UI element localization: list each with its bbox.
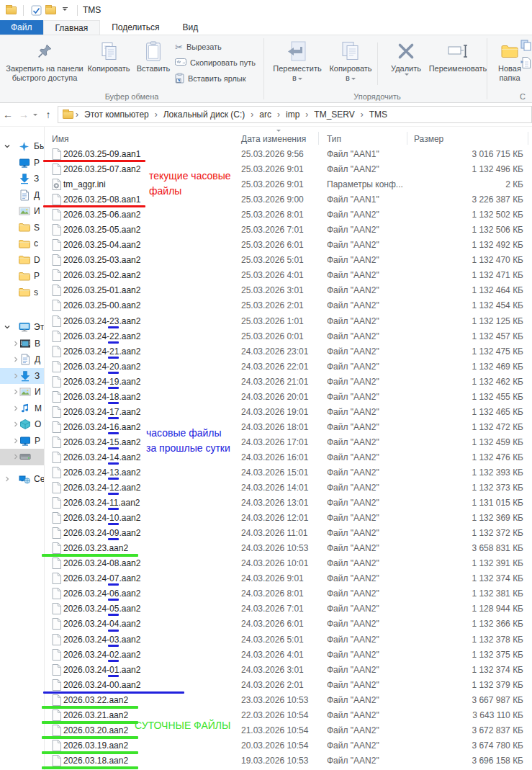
tab-view[interactable]: Вид xyxy=(171,20,209,35)
sidebar-item-network[interactable]: Се xyxy=(0,471,44,488)
file-row[interactable]: 2026.03.25-06.aan225.03.2026 8:01Файл "A… xyxy=(45,207,532,223)
sidebar-item-3d-objects[interactable]: О xyxy=(0,416,44,433)
column-separator[interactable] xyxy=(407,132,407,145)
file-row[interactable]: 2026.03.22.aan223.03.2026 10:53Файл "AAN… xyxy=(45,693,532,708)
breadcrumb-chevron-icon[interactable]: › xyxy=(153,109,160,120)
breadcrumb-chevron-icon[interactable]: › xyxy=(359,109,366,120)
file-row[interactable]: 2026.03.24-11.aan224.03.2026 13:01Файл "… xyxy=(45,496,532,511)
file-row[interactable]: 2026.03.24-14.aan224.03.2026 16:01Файл "… xyxy=(45,450,532,465)
breadcrumb-item[interactable]: imp xyxy=(282,109,303,120)
breadcrumb-item[interactable]: Этот компьютер xyxy=(81,109,153,120)
sidebar-item-music[interactable]: М xyxy=(0,400,44,417)
up-button[interactable]: ↑ xyxy=(40,109,56,120)
quick-access-toolbar-dropdown[interactable] xyxy=(58,3,72,17)
file-row[interactable]: 2026.03.25-09.aan125.03.2026 9:56Файл "A… xyxy=(45,147,532,162)
file-row[interactable]: 2026.03.24-22.aan225.03.2026 0:01Файл "A… xyxy=(45,329,532,344)
file-row[interactable]: 2026.03.24-09.aan224.03.2026 11:01Файл "… xyxy=(45,526,532,541)
file-row[interactable]: 2026.03.25-07.aan225.03.2026 9:01Файл "A… xyxy=(45,162,532,177)
quick-access-new-folder-button[interactable] xyxy=(43,3,58,17)
pin-to-quick-access-button[interactable]: Закрепить на панели быстрого доступа xyxy=(4,38,85,83)
move-to-button[interactable]: Переместить в xyxy=(269,38,325,83)
file-row[interactable]: 2026.03.24-02.aan224.03.2026 4:01Файл "A… xyxy=(45,648,532,663)
file-row[interactable]: 2026.03.24-20.aan224.03.2026 22:01Файл "… xyxy=(45,359,532,375)
paste-button[interactable]: Вставить xyxy=(132,38,174,73)
chevron-right-icon[interactable] xyxy=(0,437,19,444)
chevron-right-icon[interactable] xyxy=(0,475,19,483)
file-row[interactable]: 2026.03.23.aan224.03.2026 10:53Файл "AAN… xyxy=(45,541,532,556)
file-row[interactable]: 2026.03.24-13.aan224.03.2026 15:01Файл "… xyxy=(45,465,532,480)
chevron-right-icon[interactable] xyxy=(0,405,19,412)
sidebar-item-downloads[interactable]: З xyxy=(0,171,44,187)
breadcrumb-chevron-icon[interactable]: › xyxy=(275,109,282,120)
file-row[interactable]: 2026.03.25-03.aan225.03.2026 5:01Файл "A… xyxy=(45,253,532,268)
file-row[interactable]: 2026.03.24-10.aan224.03.2026 12:01Файл "… xyxy=(45,511,532,526)
breadcrumb-chevron-icon[interactable]: › xyxy=(248,109,256,120)
sidebar-item-documents[interactable]: Д xyxy=(0,352,44,368)
chevron-right-icon[interactable] xyxy=(0,372,19,380)
chevron-right-icon[interactable] xyxy=(0,453,19,460)
sidebar-item-pictures[interactable]: И xyxy=(0,384,44,400)
recent-locations-chevron-icon[interactable] xyxy=(33,114,37,118)
chevron-down-icon[interactable] xyxy=(0,323,19,331)
breadcrumb[interactable]: ›Этот компьютер›Локальный диск (C:)›arc›… xyxy=(58,106,532,123)
breadcrumb-item[interactable]: arc xyxy=(256,109,275,120)
column-separator[interactable] xyxy=(318,132,319,145)
file-row[interactable]: 2026.03.25-08.aan125.03.2026 9:00Файл "A… xyxy=(45,192,532,207)
breadcrumb-chevron-icon[interactable]: › xyxy=(303,109,310,120)
file-row[interactable]: 2026.03.25-04.aan225.03.2026 6:01Файл "A… xyxy=(45,238,532,253)
file-row[interactable]: 2026.03.24-00.aan224.03.2026 2:01Файл "A… xyxy=(45,678,532,693)
sidebar-item-desktop[interactable]: Р xyxy=(0,433,44,449)
column-header-type[interactable]: Тип xyxy=(327,134,341,144)
file-row[interactable]: 2026.03.24-16.aan224.03.2026 18:01Файл "… xyxy=(45,420,532,435)
file-row[interactable]: tm_aggr.ini25.03.2026 9:01Параметры конф… xyxy=(45,177,532,192)
file-row[interactable]: 2026.03.24-05.aan224.03.2026 7:01Файл "A… xyxy=(45,601,532,617)
file-row[interactable]: 2026.03.24-21.aan224.03.2026 23:01Файл "… xyxy=(45,344,532,359)
copy-to-button[interactable]: Копировать в xyxy=(325,38,376,83)
file-row[interactable]: 2026.03.19.aan220.03.2026 10:54Файл "AAN… xyxy=(45,738,532,753)
new-item-button[interactable] xyxy=(520,38,532,53)
sidebar-item-folder[interactable]: Р xyxy=(0,268,44,285)
sidebar-item-downloads[interactable]: З xyxy=(0,368,44,385)
breadcrumb-item[interactable]: TMS xyxy=(366,109,391,120)
chevron-right-icon[interactable] xyxy=(0,340,19,347)
tab-share[interactable]: Поделиться xyxy=(100,20,171,35)
paste-shortcut-button[interactable]: Вставить ярлык xyxy=(175,71,246,86)
sidebar-item-desktop[interactable]: Р xyxy=(0,155,44,171)
file-row[interactable]: 2026.03.24-19.aan224.03.2026 21:01Файл "… xyxy=(45,375,532,390)
sidebar-item-folder[interactable]: S xyxy=(0,220,44,236)
file-row[interactable]: 2026.03.24-18.aan224.03.2026 20:01Файл "… xyxy=(45,390,532,405)
file-row[interactable]: 2026.03.18.aan219.03.2026 10:53Файл "AAN… xyxy=(45,753,532,769)
copy-button[interactable]: Копировать xyxy=(86,38,131,73)
file-row[interactable]: 2026.03.24-15.aan224.03.2026 17:01Файл "… xyxy=(45,435,532,450)
sidebar-item-local-disk[interactable] xyxy=(0,449,44,465)
file-row[interactable]: 2026.03.24-04.aan224.03.2026 6:01Файл "A… xyxy=(45,617,532,632)
easy-access-button[interactable] xyxy=(520,55,531,70)
file-row[interactable]: 2026.03.24-01.aan224.03.2026 3:01Файл "A… xyxy=(45,663,532,678)
file-row[interactable]: 2026.03.25-02.aan225.03.2026 4:01Файл "A… xyxy=(45,268,532,283)
file-row[interactable]: 2026.03.24-08.aan224.03.2026 10:01Файл "… xyxy=(45,556,532,571)
cut-button[interactable]: ✂ Вырезать xyxy=(175,40,222,54)
breadcrumb-item[interactable]: Локальный диск (C:) xyxy=(160,109,249,120)
breadcrumb-item[interactable]: TM_SERV xyxy=(310,109,358,120)
forward-button[interactable]: → xyxy=(16,109,32,120)
quick-access-properties-button[interactable] xyxy=(29,3,43,17)
sidebar-item-folder[interactable]: s xyxy=(0,285,44,301)
file-row[interactable]: 2026.03.25-01.aan225.03.2026 3:01Файл "A… xyxy=(45,283,532,298)
sidebar-item-pictures[interactable]: И xyxy=(0,203,44,220)
chevron-right-icon[interactable] xyxy=(0,388,19,395)
file-row[interactable]: 2026.03.24-06.aan224.03.2026 8:01Файл "A… xyxy=(45,586,532,601)
file-row[interactable]: 2026.03.20.aan221.03.2026 10:54Файл "AAN… xyxy=(45,723,532,738)
sidebar-item-folder[interactable]: с xyxy=(0,236,44,252)
sidebar-item-quick-access[interactable]: Бы xyxy=(0,138,44,155)
file-row[interactable]: 2026.03.24-03.aan224.03.2026 5:01Файл "A… xyxy=(45,632,532,648)
file-row[interactable]: 2026.03.25-00.aan225.03.2026 2:01Файл "A… xyxy=(45,298,532,313)
chevron-right-icon[interactable] xyxy=(0,421,19,428)
file-row[interactable]: 2026.03.24-23.aan225.03.2026 1:01Файл "A… xyxy=(45,314,532,329)
rename-button[interactable]: Переименовать xyxy=(430,38,485,73)
file-row[interactable]: 2026.03.25-05.aan225.03.2026 7:01Файл "A… xyxy=(45,223,532,238)
tab-home[interactable]: Главная xyxy=(43,20,101,35)
chevron-right-icon[interactable] xyxy=(0,356,19,363)
sidebar-item-videos[interactable]: В xyxy=(0,336,44,352)
file-row[interactable]: 2026.03.24-07.aan224.03.2026 9:01Файл "A… xyxy=(45,571,532,586)
file-row[interactable]: 2026.03.21.aan222.03.2026 10:54Файл "AAN… xyxy=(45,708,532,723)
